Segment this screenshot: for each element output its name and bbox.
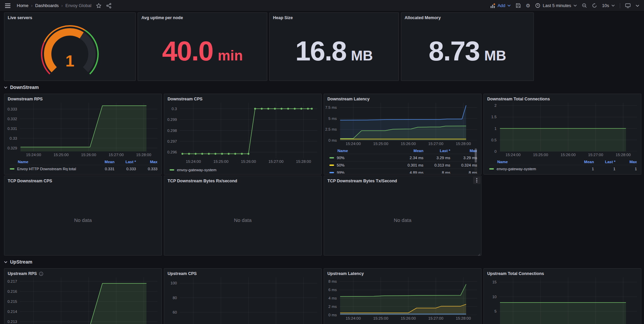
y-axis-label: 1	[484, 127, 497, 131]
legend-header-col[interactable]: Mean	[397, 149, 423, 153]
info-icon[interactable]	[39, 272, 43, 276]
x-axis-label: 15:26:00	[561, 153, 576, 157]
panel-title[interactable]: Downstream CPS	[164, 94, 321, 103]
panel-title[interactable]: Downstream Total Connections	[484, 94, 641, 103]
plot-area: 0.2130.2140.2150.2160.217	[4, 277, 162, 324]
panel-title[interactable]: Upstream RPS	[4, 269, 162, 277]
panel-title[interactable]: TCP Downstream Bytes Tx/Second	[324, 176, 481, 185]
resize-handle[interactable]	[477, 251, 480, 254]
panel-title[interactable]: Downstream RPS	[4, 94, 162, 103]
chevron-down-icon	[4, 86, 7, 89]
plot-area: 51015	[484, 277, 641, 324]
timeseries-plot[interactable]	[20, 103, 157, 151]
timeseries-plot[interactable]	[20, 277, 157, 324]
legend-header-col[interactable]: Last *	[423, 149, 450, 153]
timeseries-plot[interactable]	[180, 277, 317, 324]
timeseries-plot[interactable]	[339, 103, 477, 140]
breadcrumb-current: Envoy Global	[65, 3, 91, 8]
add-button[interactable]: Add	[490, 3, 511, 8]
x-axis-label: 15:24:00	[186, 159, 201, 164]
refresh-interval-picker[interactable]: 10s	[602, 3, 615, 8]
top-navbar: Home › Dashboards › Envoy Global Add	[0, 0, 644, 11]
legend-header-name[interactable]: Name	[10, 160, 93, 164]
panel-title[interactable]: Upstream CPS	[164, 269, 321, 277]
tv-mode-icon[interactable]	[625, 3, 631, 8]
plot-area: 0.3290.330.3310.3320.333	[4, 103, 162, 151]
legend-header-name[interactable]: Name	[329, 149, 397, 153]
chevron-down-icon[interactable]	[636, 4, 639, 7]
zoom-out-icon[interactable]	[582, 3, 587, 8]
breadcrumb-home[interactable]: Home	[17, 3, 29, 8]
plot-area: 0.2960.2970.2980.2990.3	[164, 103, 321, 158]
y-axis-label: 0.297	[164, 139, 177, 143]
legend-value: 3.29 ms	[423, 156, 450, 160]
panel-title[interactable]: TCP Downstream Bytes Rx/second	[164, 176, 321, 185]
section-upstream[interactable]: UpStream	[4, 256, 644, 268]
refresh-icon[interactable]	[592, 3, 597, 8]
save-dashboard-icon[interactable]	[516, 3, 521, 8]
y-axis-label: 4 ms	[324, 296, 337, 300]
chevron-down-icon	[611, 4, 615, 7]
panel-title-text: Downstream Total Connections	[487, 97, 550, 101]
menu-icon[interactable]	[5, 3, 11, 8]
legend-series-name[interactable]: envoy-gateway-system	[177, 168, 217, 172]
panel-title[interactable]: Upstream Latency	[324, 269, 481, 277]
y-axis-label: 60	[164, 310, 177, 314]
y-axis-label: 0.298	[164, 129, 177, 133]
panel-title-text: Live servers	[8, 15, 32, 20]
legend-scrollbar[interactable]	[474, 148, 477, 173]
legend-header-col[interactable]: Mean	[572, 160, 594, 164]
legend-series-swatch	[489, 168, 494, 170]
panel-title-text: Downstream CPS	[168, 97, 202, 101]
legend-value: 0.313 ms	[423, 163, 450, 167]
legend-series[interactable]: 50%	[329, 163, 397, 167]
clock-icon	[535, 3, 540, 8]
timeseries-plot[interactable]	[339, 277, 477, 315]
stat-value-unit: MB	[484, 38, 506, 64]
stat-value-unit: MB	[351, 38, 373, 64]
legend-header-col[interactable]: Max	[136, 160, 157, 164]
panel-title[interactable]: TCP Downstream CPS	[4, 176, 162, 185]
legend-header-name[interactable]: Name	[489, 160, 572, 164]
panel-menu-icon[interactable]	[473, 177, 480, 184]
panel-title-text: Allocated Memory	[405, 15, 441, 20]
legend-header-col[interactable]: Max	[450, 149, 477, 153]
legend-series[interactable]: Envoy HTTP Downstream Rq total	[10, 167, 93, 171]
y-axis-label: 15	[484, 280, 497, 284]
stat-value: 16.8MB	[270, 21, 399, 81]
timeseries-plot[interactable]	[499, 277, 637, 324]
legend-header: NameMeanLast *Max	[10, 159, 157, 165]
panel-title[interactable]: Heap Size	[270, 13, 399, 21]
x-axis: 15:24:0015:25:0015:26:0015:27:0015:28:00	[484, 151, 641, 159]
legend-series[interactable]: 99%	[329, 171, 397, 174]
legend-row: Envoy HTTP Downstream Rq total0.3310.333…	[10, 165, 157, 172]
timeseries-plot[interactable]	[499, 103, 637, 151]
panel-title[interactable]: Downstream Latency	[324, 94, 481, 103]
legend-header-col[interactable]: Max	[615, 160, 637, 164]
star-icon[interactable]	[96, 3, 101, 8]
legend-header-col[interactable]: Mean	[93, 160, 114, 164]
gauge-value: 1	[65, 52, 75, 70]
legend-header-col[interactable]: Last *	[594, 160, 615, 164]
share-icon[interactable]	[106, 3, 111, 8]
panel-title[interactable]: Allocated Memory	[401, 13, 534, 21]
timeseries-plot[interactable]	[180, 103, 317, 158]
legend-series[interactable]: envoy-gateway-system	[489, 167, 572, 171]
y-axis-label: 2.5 ms	[324, 127, 337, 131]
x-axis-label: 15:24:00	[506, 153, 521, 157]
settings-gear-icon[interactable]: ⚙	[526, 3, 530, 8]
legend-series[interactable]: 90%	[329, 156, 397, 160]
panel-title[interactable]: Upstream Total Connections	[484, 269, 641, 277]
x-axis-label: 15:28:00	[136, 153, 151, 157]
panel-title[interactable]: Live servers	[4, 13, 135, 21]
section-downstream[interactable]: DownStream	[4, 81, 644, 94]
legend-series-swatch	[329, 172, 334, 173]
x-axis-label: 15:25:00	[54, 153, 69, 157]
legend-header-col[interactable]: Last *	[114, 160, 136, 164]
section-upstream-label: UpStream	[10, 259, 32, 265]
panel-title[interactable]: Avg uptime per node	[138, 13, 267, 21]
breadcrumb-dashboards[interactable]: Dashboards	[35, 3, 59, 8]
legend-scrollbar-thumb[interactable]	[475, 148, 477, 163]
time-range-picker[interactable]: Last 5 minutes	[535, 3, 577, 8]
x-axis-label: 15:26:00	[81, 153, 96, 157]
